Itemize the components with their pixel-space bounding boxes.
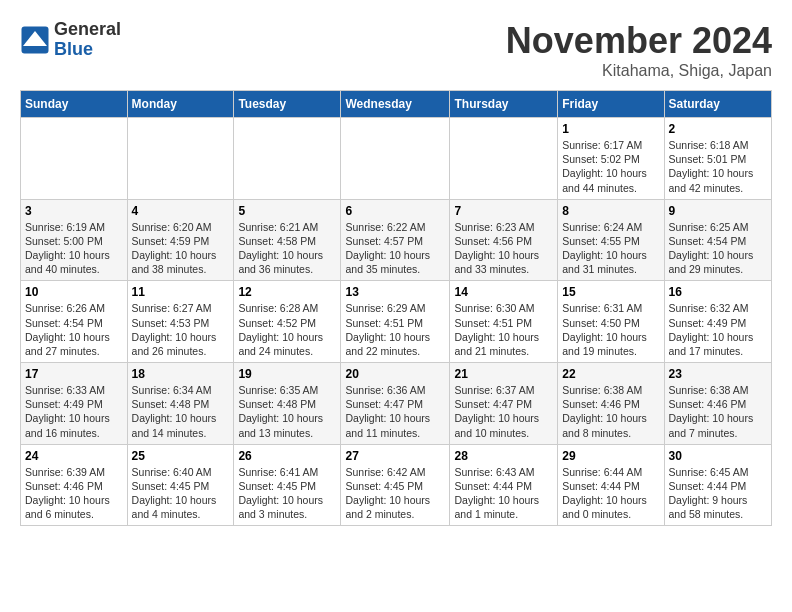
day-info: Sunrise: 6:31 AM Sunset: 4:50 PM Dayligh… [562,301,659,358]
logo: General Blue [20,20,121,60]
day-cell: 22Sunrise: 6:38 AM Sunset: 4:46 PM Dayli… [558,363,664,445]
day-info: Sunrise: 6:37 AM Sunset: 4:47 PM Dayligh… [454,383,553,440]
day-cell: 16Sunrise: 6:32 AM Sunset: 4:49 PM Dayli… [664,281,771,363]
week-row-1: 1Sunrise: 6:17 AM Sunset: 5:02 PM Daylig… [21,118,772,200]
day-info: Sunrise: 6:21 AM Sunset: 4:58 PM Dayligh… [238,220,336,277]
day-cell [234,118,341,200]
day-info: Sunrise: 6:33 AM Sunset: 4:49 PM Dayligh… [25,383,123,440]
day-cell: 10Sunrise: 6:26 AM Sunset: 4:54 PM Dayli… [21,281,128,363]
day-number: 10 [25,285,123,299]
day-info: Sunrise: 6:17 AM Sunset: 5:02 PM Dayligh… [562,138,659,195]
week-row-5: 24Sunrise: 6:39 AM Sunset: 4:46 PM Dayli… [21,444,772,526]
day-number: 5 [238,204,336,218]
day-cell [127,118,234,200]
day-number: 11 [132,285,230,299]
day-info: Sunrise: 6:28 AM Sunset: 4:52 PM Dayligh… [238,301,336,358]
day-cell: 18Sunrise: 6:34 AM Sunset: 4:48 PM Dayli… [127,363,234,445]
day-number: 24 [25,449,123,463]
week-row-2: 3Sunrise: 6:19 AM Sunset: 5:00 PM Daylig… [21,199,772,281]
day-info: Sunrise: 6:26 AM Sunset: 4:54 PM Dayligh… [25,301,123,358]
day-cell: 4Sunrise: 6:20 AM Sunset: 4:59 PM Daylig… [127,199,234,281]
day-cell: 8Sunrise: 6:24 AM Sunset: 4:55 PM Daylig… [558,199,664,281]
day-cell: 12Sunrise: 6:28 AM Sunset: 4:52 PM Dayli… [234,281,341,363]
day-number: 29 [562,449,659,463]
day-number: 13 [345,285,445,299]
calendar-table: SundayMondayTuesdayWednesdayThursdayFrid… [20,90,772,526]
day-number: 25 [132,449,230,463]
day-info: Sunrise: 6:23 AM Sunset: 4:56 PM Dayligh… [454,220,553,277]
day-number: 23 [669,367,767,381]
header-tuesday: Tuesday [234,91,341,118]
day-number: 26 [238,449,336,463]
day-info: Sunrise: 6:40 AM Sunset: 4:45 PM Dayligh… [132,465,230,522]
svg-rect-2 [29,46,41,50]
day-cell: 9Sunrise: 6:25 AM Sunset: 4:54 PM Daylig… [664,199,771,281]
day-cell: 25Sunrise: 6:40 AM Sunset: 4:45 PM Dayli… [127,444,234,526]
header-friday: Friday [558,91,664,118]
header-row: SundayMondayTuesdayWednesdayThursdayFrid… [21,91,772,118]
day-cell: 27Sunrise: 6:42 AM Sunset: 4:45 PM Dayli… [341,444,450,526]
day-info: Sunrise: 6:38 AM Sunset: 4:46 PM Dayligh… [562,383,659,440]
day-cell: 7Sunrise: 6:23 AM Sunset: 4:56 PM Daylig… [450,199,558,281]
day-number: 27 [345,449,445,463]
day-number: 8 [562,204,659,218]
day-cell [341,118,450,200]
page-header: General Blue November 2024 Kitahama, Shi… [20,20,772,80]
day-info: Sunrise: 6:38 AM Sunset: 4:46 PM Dayligh… [669,383,767,440]
day-number: 2 [669,122,767,136]
logo-icon [20,25,50,55]
day-info: Sunrise: 6:35 AM Sunset: 4:48 PM Dayligh… [238,383,336,440]
header-thursday: Thursday [450,91,558,118]
day-cell: 11Sunrise: 6:27 AM Sunset: 4:53 PM Dayli… [127,281,234,363]
day-cell: 3Sunrise: 6:19 AM Sunset: 5:00 PM Daylig… [21,199,128,281]
day-cell: 20Sunrise: 6:36 AM Sunset: 4:47 PM Dayli… [341,363,450,445]
day-number: 4 [132,204,230,218]
day-cell: 28Sunrise: 6:43 AM Sunset: 4:44 PM Dayli… [450,444,558,526]
day-info: Sunrise: 6:25 AM Sunset: 4:54 PM Dayligh… [669,220,767,277]
day-number: 22 [562,367,659,381]
day-info: Sunrise: 6:44 AM Sunset: 4:44 PM Dayligh… [562,465,659,522]
week-row-4: 17Sunrise: 6:33 AM Sunset: 4:49 PM Dayli… [21,363,772,445]
location: Kitahama, Shiga, Japan [506,62,772,80]
day-info: Sunrise: 6:18 AM Sunset: 5:01 PM Dayligh… [669,138,767,195]
day-number: 28 [454,449,553,463]
day-cell: 1Sunrise: 6:17 AM Sunset: 5:02 PM Daylig… [558,118,664,200]
day-info: Sunrise: 6:29 AM Sunset: 4:51 PM Dayligh… [345,301,445,358]
day-cell: 29Sunrise: 6:44 AM Sunset: 4:44 PM Dayli… [558,444,664,526]
day-cell [21,118,128,200]
day-number: 19 [238,367,336,381]
day-cell: 21Sunrise: 6:37 AM Sunset: 4:47 PM Dayli… [450,363,558,445]
logo-blue: Blue [54,40,121,60]
day-cell: 19Sunrise: 6:35 AM Sunset: 4:48 PM Dayli… [234,363,341,445]
day-number: 16 [669,285,767,299]
day-number: 30 [669,449,767,463]
day-info: Sunrise: 6:19 AM Sunset: 5:00 PM Dayligh… [25,220,123,277]
header-wednesday: Wednesday [341,91,450,118]
day-info: Sunrise: 6:24 AM Sunset: 4:55 PM Dayligh… [562,220,659,277]
logo-text: General Blue [54,20,121,60]
day-info: Sunrise: 6:41 AM Sunset: 4:45 PM Dayligh… [238,465,336,522]
day-info: Sunrise: 6:32 AM Sunset: 4:49 PM Dayligh… [669,301,767,358]
day-cell: 5Sunrise: 6:21 AM Sunset: 4:58 PM Daylig… [234,199,341,281]
day-info: Sunrise: 6:22 AM Sunset: 4:57 PM Dayligh… [345,220,445,277]
day-info: Sunrise: 6:20 AM Sunset: 4:59 PM Dayligh… [132,220,230,277]
day-number: 12 [238,285,336,299]
day-cell: 24Sunrise: 6:39 AM Sunset: 4:46 PM Dayli… [21,444,128,526]
day-cell: 13Sunrise: 6:29 AM Sunset: 4:51 PM Dayli… [341,281,450,363]
day-number: 17 [25,367,123,381]
logo-general: General [54,20,121,40]
day-cell [450,118,558,200]
day-cell: 17Sunrise: 6:33 AM Sunset: 4:49 PM Dayli… [21,363,128,445]
week-row-3: 10Sunrise: 6:26 AM Sunset: 4:54 PM Dayli… [21,281,772,363]
month-title: November 2024 [506,20,772,62]
day-number: 6 [345,204,445,218]
day-cell: 14Sunrise: 6:30 AM Sunset: 4:51 PM Dayli… [450,281,558,363]
day-info: Sunrise: 6:34 AM Sunset: 4:48 PM Dayligh… [132,383,230,440]
day-number: 21 [454,367,553,381]
day-info: Sunrise: 6:36 AM Sunset: 4:47 PM Dayligh… [345,383,445,440]
day-cell: 6Sunrise: 6:22 AM Sunset: 4:57 PM Daylig… [341,199,450,281]
day-number: 7 [454,204,553,218]
day-number: 9 [669,204,767,218]
day-info: Sunrise: 6:43 AM Sunset: 4:44 PM Dayligh… [454,465,553,522]
day-number: 18 [132,367,230,381]
